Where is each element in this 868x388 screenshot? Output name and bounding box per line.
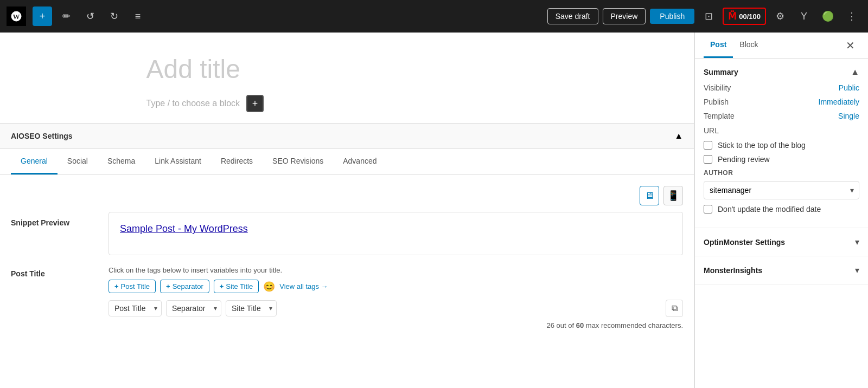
template-row: Template Single: [704, 112, 859, 120]
title-tokens-row: Post Title ▾ Separator ▾: [108, 300, 661, 316]
tab-post[interactable]: Post: [704, 33, 733, 58]
plus-icon-2: +: [166, 282, 170, 290]
char-count-max: 60: [576, 321, 584, 329]
view-all-tags-link[interactable]: View all tags →: [279, 282, 328, 290]
char-count-of: out of: [557, 321, 576, 329]
desktop-view-button[interactable]: 🖥: [640, 186, 659, 205]
tab-block[interactable]: Block: [733, 33, 764, 58]
aioseo-header[interactable]: AIOSEO Settings ▲: [0, 124, 694, 149]
snippet-link[interactable]: Sample Post - My WordPress: [120, 223, 248, 234]
author-select-wrapper: sitemanager admin editor ▾: [704, 181, 859, 199]
monster-icon-button[interactable]: 🟢: [818, 7, 838, 26]
monster-insights-section[interactable]: MonsterInsights ▾: [695, 256, 868, 284]
publish-button[interactable]: Publish: [650, 9, 694, 24]
block-placeholder-row: Type / to choose a block +: [146, 95, 548, 112]
save-draft-button[interactable]: Save draft: [547, 8, 598, 24]
pending-review-row: Pending review: [704, 155, 859, 164]
pending-review-label: Pending review: [718, 155, 770, 164]
snippet-preview-section: Snippet Preview Sample Post - My WordPre…: [11, 212, 683, 255]
edit-icon-button[interactable]: ✏: [56, 7, 76, 26]
template-value[interactable]: Single: [838, 112, 859, 120]
aioseo-collapse-icon: ▲: [674, 131, 683, 141]
undo-button[interactable]: ↺: [80, 7, 100, 26]
sidebar-tabs: Post Block ✕: [695, 33, 868, 59]
author-label: AUTHOR: [704, 169, 859, 177]
seo-score-value: 00/100: [739, 12, 761, 21]
emoji-icon[interactable]: 😊: [263, 281, 275, 293]
tab-social[interactable]: Social: [58, 149, 98, 174]
add-block-button[interactable]: +: [33, 7, 52, 26]
aioseo-general-content: 🖥 📱 Snippet Preview Sample Post - My Wor…: [0, 175, 694, 349]
more-options-button[interactable]: ⋮: [842, 7, 861, 26]
pending-review-checkbox[interactable]: [704, 155, 712, 164]
tab-general[interactable]: General: [11, 149, 58, 174]
plus-icon: +: [114, 282, 119, 290]
block-placeholder-text: Type / to choose a block: [146, 99, 240, 108]
tab-link-assistant[interactable]: Link Assistant: [145, 149, 211, 174]
redo-button[interactable]: ↻: [104, 7, 124, 26]
seo-score-badge[interactable]: M̈ 00/100: [723, 8, 766, 25]
mobile-view-button[interactable]: 📱: [663, 186, 683, 205]
add-title-placeholder[interactable]: Add title: [146, 54, 548, 84]
dont-update-row: Don't update the modified date: [704, 205, 859, 214]
snippet-label: Snippet Preview: [11, 212, 98, 227]
monster-insights-arrow: ▾: [855, 265, 859, 275]
token-post-title-select[interactable]: Post Title: [108, 300, 162, 316]
author-section: AUTHOR sitemanager admin editor ▾: [704, 169, 859, 199]
device-toggle: 🖥 📱: [11, 186, 683, 205]
optin-monster-title: OptinMonster Settings: [704, 238, 785, 247]
url-label: URL: [704, 126, 719, 135]
sidebar-close-button[interactable]: ✕: [841, 33, 859, 58]
optin-monster-arrow: ▾: [855, 237, 859, 247]
settings-icon-button[interactable]: ⚙: [770, 7, 790, 26]
tab-schema[interactable]: Schema: [98, 149, 145, 174]
toolbar: W + ✏ ↺ ↻ ≡ Save draft Preview Publish ⊡…: [0, 0, 868, 33]
snippet-box: Sample Post - My WordPress: [108, 212, 683, 255]
optin-monster-section[interactable]: OptinMonster Settings ▾: [695, 228, 868, 256]
token-site-title-wrapper: Site Title ▾: [226, 300, 277, 316]
summary-collapse-button[interactable]: ▲: [851, 67, 859, 77]
summary-header: Summary ▲: [704, 67, 859, 77]
tab-advanced[interactable]: Advanced: [333, 149, 386, 174]
token-site-title-select[interactable]: Site Title: [226, 300, 277, 316]
publish-value[interactable]: Immediately: [819, 98, 859, 106]
layout-icon-button[interactable]: ⊡: [699, 7, 718, 26]
svg-text:W: W: [13, 12, 20, 21]
token-separator-wrapper: Separator ▾: [166, 300, 221, 316]
stick-top-row: Stick to the top of the blog: [704, 141, 859, 150]
tools-button[interactable]: ≡: [128, 7, 148, 26]
tab-seo-revisions[interactable]: SEO Revisions: [263, 149, 333, 174]
plus-icon-3: +: [220, 282, 224, 290]
tag-post-title[interactable]: + Post Title: [108, 280, 156, 293]
yoast-icon-button[interactable]: Y: [794, 7, 814, 26]
dont-update-checkbox[interactable]: [704, 205, 712, 214]
author-select[interactable]: sitemanager admin editor: [704, 181, 859, 199]
visibility-row: Visibility Public: [704, 83, 859, 92]
template-label: Template: [704, 112, 735, 120]
tag-site-title[interactable]: + Site Title: [214, 280, 259, 293]
main-layout: Add title Type / to choose a block + AIO…: [0, 33, 868, 388]
stick-top-label: Stick to the top of the blog: [718, 141, 806, 150]
tag-buttons-row: + Post Title + Separator + Site Title 😊 …: [108, 280, 683, 293]
tab-redirects[interactable]: Redirects: [211, 149, 263, 174]
add-block-inline-button[interactable]: +: [246, 95, 264, 112]
copy-title-button[interactable]: ⧉: [666, 300, 683, 317]
token-separator-select[interactable]: Separator: [166, 300, 221, 316]
publish-row: Publish Immediately: [704, 98, 859, 106]
publish-label: Publish: [704, 98, 729, 106]
wp-logo: W: [7, 7, 26, 26]
post-title-right: Click on the tags below to insert variab…: [108, 266, 683, 329]
seo-m-icon: M̈: [728, 10, 737, 22]
post-title-label: Post Title: [11, 266, 98, 278]
preview-button[interactable]: Preview: [603, 8, 646, 24]
visibility-label: Visibility: [704, 83, 731, 92]
visibility-value[interactable]: Public: [839, 83, 859, 92]
summary-section: Summary ▲ Visibility Public Publish Imme…: [695, 59, 868, 228]
summary-title: Summary: [704, 68, 738, 76]
monster-insights-title: MonsterInsights: [704, 266, 762, 275]
aioseo-tabs: General Social Schema Link Assistant Red…: [0, 149, 694, 175]
sidebar: Post Block ✕ Summary ▲ Visibility Public…: [694, 33, 868, 388]
tag-separator[interactable]: + Separator: [160, 280, 209, 293]
stick-top-checkbox[interactable]: [704, 141, 712, 150]
post-title-section: Post Title Click on the tags below to in…: [11, 266, 683, 329]
